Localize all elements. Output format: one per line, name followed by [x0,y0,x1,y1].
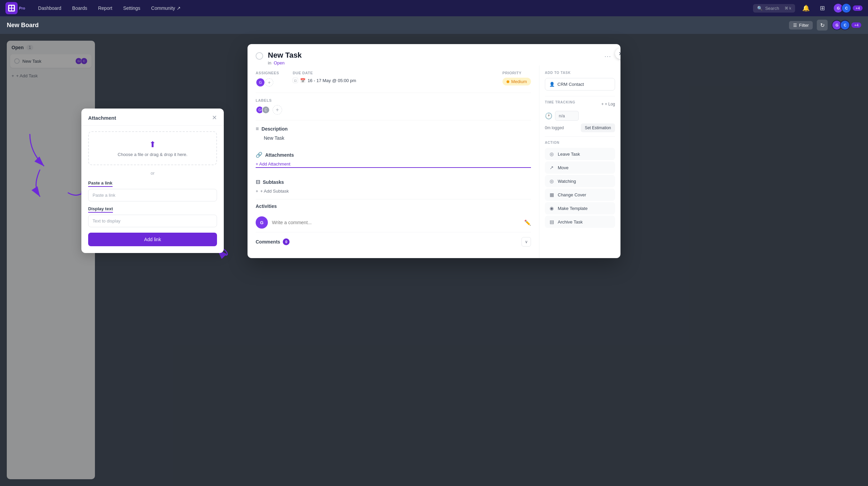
crm-icon: 👤 [549,82,555,87]
log-label: + Log [605,102,615,106]
add-subtask-button[interactable]: + + Add Subtask [256,189,531,194]
search-icon: 🔍 [757,6,763,11]
labels-label: Labels [256,98,531,102]
leave-icon: ◎ [549,151,554,157]
task-modal: ✕ New Task in Open ⋯ Assignees [248,44,620,258]
nav-settings[interactable]: Settings [118,3,145,13]
subtasks-icon: ⊟ [256,179,260,185]
add-label-button[interactable]: + [273,105,282,115]
paste-link-label: Paste a link [88,180,113,187]
time-tracking-header: TIME TRACKING + + Log [545,100,615,108]
attachment-modal-header: Attachment ✕ [81,109,224,126]
checkbox-icon: □ [293,78,298,83]
add-assignee-button[interactable]: + [265,78,273,86]
filter-button[interactable]: ☰ Filter [789,21,813,30]
attachment-icon: 🔗 [256,152,262,158]
due-date-value[interactable]: □ 📅 16 - 17 May @ 05:00 pm [293,78,489,83]
modal-options-button[interactable]: ⋯ [603,51,612,62]
nav-report[interactable]: Report [93,3,117,13]
watching-label: Watching [558,179,576,184]
nav-boards[interactable]: Boards [67,3,92,13]
label-avatar-2: C [262,106,270,114]
comment-input[interactable] [272,220,520,225]
watching-icon: ◎ [549,178,554,184]
filter-icon: ☰ [793,23,797,28]
attachments-section: 🔗 Attachments + Add Attachment [256,146,531,173]
change-cover-label: Change Cover [558,192,586,197]
display-text-input[interactable] [88,215,217,227]
board-header-right: ☰ Filter ↻ G C +4 [789,20,861,31]
due-date-field: Due Date □ 📅 16 - 17 May @ 05:00 pm [293,71,489,87]
board-header: New Board ☰ Filter ↻ G C +4 [0,16,868,34]
subtasks-title: ⊟ Subtasks [256,179,531,185]
move-button[interactable]: ↗ Move [545,161,615,174]
move-icon: ↗ [549,165,554,170]
calendar-icon: 📅 [300,78,305,83]
comments-row: Comments 0 ∨ [256,232,531,251]
description-text: New Task [256,135,531,141]
assignees-label: Assignees [256,71,279,75]
comment-avatar: G [256,216,268,229]
archive-task-button[interactable]: ▤ Archive Task [545,216,615,228]
task-status-circle [256,52,263,60]
nav-items: Dashboard Boards Report Settings Communi… [33,3,753,13]
change-cover-button[interactable]: ▦ Change Cover [545,189,615,201]
time-value-row: 🕐 n/a [545,111,615,121]
assignee-avatar-1: G [256,78,265,87]
add-attachment-button[interactable]: + Add Attachment [256,161,531,168]
drop-text: Choose a file or drag & drop it here. [118,152,188,157]
priority-badge[interactable]: Medium [502,78,531,85]
add-to-task-title: ADD TO TASK [545,71,615,75]
bell-icon[interactable]: 🔔 [801,3,811,14]
leave-task-label: Leave Task [558,152,580,157]
priority-dot [507,80,509,83]
comments-count-badge: 0 [283,238,290,245]
add-attachment-label: + Add Attachment [256,161,531,167]
make-template-button[interactable]: ◉ Make Template [545,202,615,214]
description-section: ≡ Description New Task [256,120,531,146]
attachment-modal-close-button[interactable]: ✕ [212,114,217,121]
set-estimation-button[interactable]: Set Estimation [581,123,615,132]
modal-body: Assignees G + Due Date □ 📅 [248,65,620,258]
activities-label: Activities [256,199,531,213]
or-divider: or [81,171,224,176]
upload-icon: ⬆ [149,140,156,149]
nav-dashboard[interactable]: Dashboard [33,3,66,13]
nav-right: 🔍 Search ⌘ k 🔔 ⊞ G C +4 [753,3,863,14]
move-label: Move [558,165,569,170]
make-template-label: Make Template [558,206,588,211]
watching-button[interactable]: ◎ Watching [545,175,615,187]
attachments-label: Attachments [265,152,294,158]
leave-task-button[interactable]: ◎ Leave Task [545,148,615,160]
modal-title-area: New Task in Open [268,51,598,65]
search-shortcut: ⌘ k [785,6,791,11]
priority-text: Medium [511,79,527,84]
archive-task-label: Archive Task [558,219,583,225]
log-icon: + [601,102,604,106]
modal-subtitle-link[interactable]: Open [274,60,284,65]
board-body: Open 1 New Task G C + + Add Task ✕ New T… [0,34,868,486]
comment-area: G ✏️ [256,213,531,232]
drop-zone[interactable]: ⬆ Choose a file or drag & drop it here. [88,131,217,165]
add-subtask-label: + Add Subtask [260,189,289,194]
chevron-down-button[interactable]: ∨ [521,237,531,247]
paste-link-input[interactable] [88,189,217,201]
change-cover-icon: ▦ [549,192,554,197]
log-button[interactable]: + + Log [601,102,615,106]
crm-contact-button[interactable]: 👤 CRM Contact [545,78,615,91]
grid-icon[interactable]: ⊞ [817,3,828,14]
modal-main: Assignees G + Due Date □ 📅 [248,65,539,258]
assignees-value: G + [256,78,279,87]
attachment-modal: Attachment ✕ ⬆ Choose a file or drag & d… [81,109,224,253]
nav-community[interactable]: Community ↗ [146,3,185,13]
time-na-value: n/a [555,111,579,121]
avatar-2: C [841,3,851,13]
board-avatar-2: C [840,20,850,30]
search-box[interactable]: 🔍 Search ⌘ k [753,4,795,13]
attachment-modal-title: Attachment [88,115,116,121]
refresh-button[interactable]: ↻ [817,20,828,31]
logo[interactable] [5,2,18,14]
comments-title: Comments 0 [256,238,290,245]
add-link-button[interactable]: Add link [88,233,217,246]
archive-icon: ▤ [549,219,554,225]
